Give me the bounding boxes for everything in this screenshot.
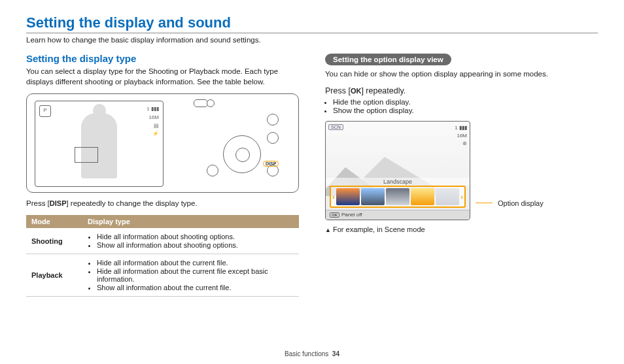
th-mode: Mode: [26, 215, 82, 228]
cell-mode-shooting: Shooting: [26, 228, 82, 254]
option-thumb: [336, 188, 360, 205]
chevron-right-icon: ›: [460, 193, 463, 201]
camera-back-figure: P 1 ▮▮▮ 16M ▤ ⚡ DISP: [26, 93, 299, 193]
camera-screen: P 1 ▮▮▮ 16M ▤ ⚡: [35, 101, 164, 187]
option-thumb: [411, 188, 434, 205]
option-thumb: [436, 188, 459, 205]
option-display-callout: Option display: [498, 199, 544, 207]
example-caption: ▲ For example, in Scene mode: [325, 225, 598, 233]
callout-line: [476, 203, 493, 203]
aux-button-4-icon: [207, 165, 218, 176]
panel-off-bar: OKPanel off: [326, 210, 470, 220]
power-button-icon: [207, 99, 215, 107]
option-thumb: [361, 188, 385, 205]
dpad-icon: DISP: [223, 135, 261, 173]
focus-frame: [75, 147, 98, 163]
cell-mode-playback: Playback: [26, 254, 82, 297]
display-type-table: Mode Display type Shooting Hide all info…: [26, 215, 299, 297]
lcd-example: SCN 1 ▮▮▮ 16M ⊛ Landscape ‹ › OKPa: [325, 121, 470, 220]
press-disp-instruction: Press [DISP] repeatedly to change the di…: [26, 199, 299, 207]
page-footer: Basic functions 34: [0, 350, 624, 357]
screen-status-icons: 1 ▮▮▮ 16M ▤ ⚡: [147, 105, 159, 139]
aux-button-2-icon: [267, 132, 279, 144]
triangle-up-icon: ▲: [325, 227, 331, 233]
ok-effects-list: Hide the option display. Show the option…: [333, 98, 598, 114]
ok-icon: OK: [330, 212, 339, 218]
lcd-status-icons: 1 ▮▮▮ 16M ⊛: [455, 124, 467, 148]
table-row: Playback Hide all information about the …: [26, 254, 299, 297]
press-ok-instruction: Press [OK] repeatedly.: [325, 86, 598, 95]
cell-types-playback: Hide all information about the current f…: [82, 254, 299, 297]
mode-icon: P: [39, 105, 51, 117]
option-thumb: [386, 188, 409, 205]
option-display-desc: You can hide or show the option display …: [325, 69, 598, 80]
aux-button-1-icon: [267, 114, 279, 125]
option-display-strip: ‹ ›: [330, 186, 466, 208]
option-display-pill: Setting the option display view: [325, 54, 451, 65]
subject-silhouette: [81, 113, 117, 178]
cell-types-shooting: Hide all information about shooting opti…: [82, 228, 299, 254]
shutter-button-icon: [194, 99, 208, 107]
th-display-type: Display type: [82, 215, 299, 228]
camera-controls: DISP: [194, 99, 292, 187]
page-title: Setting the display and sound: [26, 14, 598, 33]
disp-button-highlight: DISP: [263, 161, 279, 167]
table-row: Shooting Hide all information about shoo…: [26, 228, 299, 254]
scn-badge-icon: SCN: [328, 124, 343, 130]
section-display-type-heading: Setting the display type: [26, 53, 299, 64]
chevron-left-icon: ‹: [332, 193, 335, 201]
page-lead: Learn how to change the basic display in…: [26, 36, 598, 44]
selected-option-label: Landscape: [326, 178, 470, 186]
section-display-type-desc: You can select a display type for the Sh…: [26, 67, 299, 87]
